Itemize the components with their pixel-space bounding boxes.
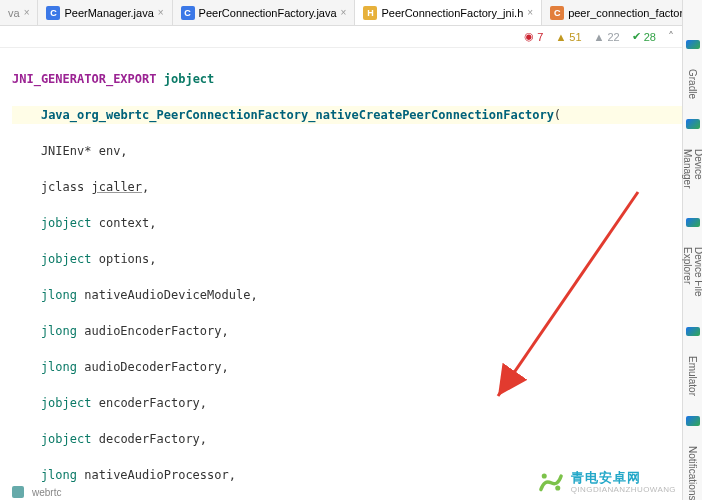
cpp-file-icon: C [550, 6, 564, 20]
chevron-up-icon[interactable]: ˄ [668, 30, 674, 44]
editor-tab-bar: va × C PeerManager.java × C PeerConnecti… [0, 0, 702, 26]
watermark: 青电安卓网 QINGDIANANZHUOWANG [537, 469, 676, 494]
tab-label: PeerConnectionFactory_jni.h [381, 7, 523, 19]
header-file-icon: H [363, 6, 377, 20]
tab-label: PeerConnectionFactory.java [199, 7, 337, 19]
code-line: JNIEnv* env, [12, 142, 690, 160]
code-editor[interactable]: JNI_GENERATOR_EXPORT jobject Java_org_we… [0, 48, 702, 500]
toolwindow-gradle[interactable]: Gradle [687, 69, 698, 99]
close-icon[interactable]: × [24, 7, 30, 18]
inspection-bar: ◉7 ▲51 ▲22 ✔28 ˄ ˅ [0, 26, 702, 48]
warning-icon: ▲ [555, 31, 566, 43]
tab-partial-label: va [8, 7, 20, 19]
function-name: Java_org_webrtc_PeerConnectionFactory_na… [41, 108, 554, 122]
device-file-explorer-icon[interactable] [686, 218, 700, 227]
module-icon [12, 486, 24, 498]
toolwindow-emulator[interactable]: Emulator [687, 356, 698, 396]
warning-badge[interactable]: ▲51 [555, 31, 581, 43]
type-token: jobject [164, 72, 215, 86]
status-text: webrtc [32, 487, 61, 498]
close-icon[interactable]: × [341, 7, 347, 18]
weak-warning-badge[interactable]: ▲22 [594, 31, 620, 43]
emulator-icon[interactable] [686, 327, 700, 336]
tab-peermanager-java[interactable]: C PeerManager.java × [38, 0, 172, 25]
tab-peer-connection-factory-cc[interactable]: C peer_connection_factory.cc × [542, 0, 702, 25]
right-tool-strip: Gradle Device Manager Device File Explor… [682, 0, 702, 500]
java-file-icon: C [181, 6, 195, 20]
java-file-icon: C [46, 6, 60, 20]
svg-point-2 [555, 485, 560, 490]
tab-peerconnectionfactory-java[interactable]: C PeerConnectionFactory.java × [173, 0, 356, 25]
tab-peerconnectionfactory-jni-h[interactable]: H PeerConnectionFactory_jni.h × [355, 0, 542, 25]
tab-label: PeerManager.java [64, 7, 153, 19]
macro-token: JNI_GENERATOR_EXPORT [12, 72, 157, 86]
gradle-icon[interactable] [686, 40, 700, 49]
ok-badge[interactable]: ✔28 [632, 30, 656, 43]
error-badge[interactable]: ◉7 [524, 30, 543, 43]
status-bar: webrtc [12, 486, 61, 498]
toolwindow-device-file-explorer[interactable]: Device File Explorer [682, 247, 703, 307]
toolwindow-device-manager[interactable]: Device Manager [682, 149, 703, 198]
tab-peermanager[interactable]: va × [0, 0, 38, 25]
close-icon[interactable]: × [158, 7, 164, 18]
device-manager-icon[interactable] [686, 119, 700, 128]
check-icon: ✔ [632, 30, 641, 43]
close-icon[interactable]: × [527, 7, 533, 18]
toolwindow-notifications[interactable]: Notifications [687, 446, 698, 500]
watermark-subtitle: QINGDIANANZHUOWANG [571, 485, 676, 494]
weak-warning-icon: ▲ [594, 31, 605, 43]
notifications-icon[interactable] [686, 416, 700, 425]
svg-point-1 [542, 473, 547, 478]
error-icon: ◉ [524, 30, 534, 43]
watermark-logo-icon [537, 471, 565, 493]
